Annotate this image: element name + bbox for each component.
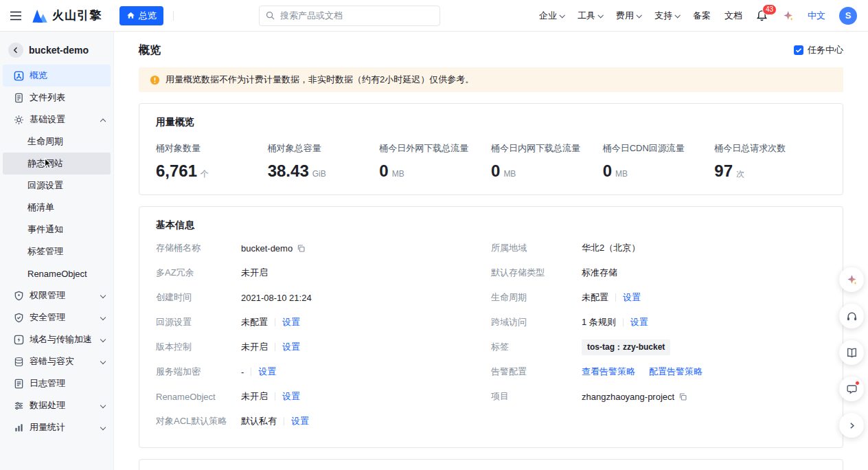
info-label: 多AZ冗余	[156, 267, 241, 279]
ai-assistant-button[interactable]	[839, 267, 864, 292]
sidebar-item-data-processing[interactable]: 数据处理	[3, 394, 111, 416]
info-label: 版本控制	[156, 341, 241, 353]
headset-icon	[846, 311, 858, 322]
nav-tools[interactable]: 工具	[578, 10, 602, 22]
chevron-down-icon	[100, 425, 106, 430]
nav-docs[interactable]: 文档	[724, 10, 742, 22]
promo-icon[interactable]	[781, 10, 794, 22]
info-label: 对象ACL默认策略	[156, 415, 241, 427]
documentation-button[interactable]	[839, 340, 864, 365]
sidebar-item-security[interactable]: 安全管理	[3, 306, 111, 328]
metric-label: 桶今日外网下载总流量	[379, 142, 491, 155]
search-input[interactable]	[259, 5, 440, 26]
info-value: 1 条规则	[582, 316, 616, 328]
settings-link[interactable]: 设置	[623, 291, 641, 304]
ai-sparkle-icon	[845, 273, 858, 286]
topbar: 火山引擎 总览 企业 工具 费用 支持 备案 文档	[0, 0, 868, 32]
info-row-create-time: 创建时间 2021-08-10 21:24	[156, 285, 491, 310]
info-value: 标准存储	[582, 267, 617, 279]
sidebar-item-overview[interactable]: 概览	[3, 65, 111, 87]
access-domain-card: 访问域名	[139, 459, 843, 470]
metric-value: 0	[603, 161, 612, 181]
info-value: 未配置	[582, 291, 608, 304]
task-center-button[interactable]: 任务中心	[794, 44, 843, 56]
nav-label: 备案	[693, 10, 711, 22]
info-row-rename-object: RenameObject 未开启 设置	[156, 384, 491, 409]
book-icon	[846, 347, 858, 359]
sidebar-subitem-label: 生命周期	[27, 135, 63, 148]
sidebar-item-file-list[interactable]: 文件列表	[3, 87, 111, 109]
info-row-lifecycle: 生命周期 未配置 设置	[491, 285, 826, 310]
info-label: 跨域访问	[491, 316, 582, 328]
sidebar-subitem-lifecycle[interactable]: 生命周期	[3, 131, 111, 153]
metric-unit: GiB	[312, 169, 326, 179]
info-row-server-encryption: 服务端加密 - 设置	[156, 359, 491, 384]
metric-unit: MB	[503, 169, 516, 179]
sidebar-subitem-event-notification[interactable]: 事件通知	[3, 219, 111, 240]
basic-info-title: 基本信息	[156, 219, 826, 232]
settings-link[interactable]: 设置	[291, 415, 309, 427]
metric-label: 桶今日CDN回源流量	[603, 142, 715, 155]
nav-label: 工具	[578, 10, 595, 22]
customer-service-button[interactable]	[839, 304, 864, 328]
topbar-right: 企业 工具 费用 支持 备案 文档 43	[539, 7, 857, 25]
avatar[interactable]: S	[839, 7, 857, 25]
copy-icon[interactable]	[678, 392, 687, 401]
page-header: 概览 任务中心	[139, 43, 843, 58]
chevron-down-icon	[636, 12, 641, 18]
sidebar-subitem-label: RenameObject	[27, 269, 87, 279]
settings-link[interactable]: 设置	[258, 366, 276, 378]
nav-support[interactable]: 支持	[654, 10, 679, 22]
gear-icon	[14, 115, 24, 125]
info-row-acl-policy: 对象ACL默认策略 默认私有 设置	[156, 409, 491, 434]
nav-enterprise[interactable]: 企业	[539, 10, 564, 22]
sidebar-item-disaster-recovery[interactable]: 容错与容灾	[3, 350, 111, 372]
settings-link[interactable]: 设置	[630, 316, 648, 328]
sidebar-item-usage-stats[interactable]: 用量统计	[3, 416, 111, 438]
info-value: 华北2（北京）	[582, 242, 640, 254]
chevron-down-icon	[100, 293, 106, 298]
nav-label: 费用	[616, 10, 634, 22]
volcengine-logo[interactable]: 火山引擎	[32, 8, 102, 23]
info-row-origin-settings: 回源设置 未配置 设置	[156, 310, 491, 335]
hamburger-menu-icon[interactable]	[8, 8, 23, 23]
chevron-down-icon	[100, 337, 106, 342]
sidebar-subitem-static-site[interactable]: 静态网站	[3, 153, 111, 175]
metric-label: 桶今日内网下载总流量	[491, 142, 603, 155]
feedback-button[interactable]	[839, 377, 864, 401]
metric-value: 38.43	[268, 161, 309, 181]
usage-card-title: 用量概览	[156, 116, 826, 128]
notifications-button[interactable]: 43	[756, 10, 768, 21]
sidebar-item-domain-accel[interactable]: 域名与传输加速	[3, 328, 111, 350]
sidebar-item-permission[interactable]: 权限管理	[3, 284, 111, 306]
sidebar-subitem-label: 回源设置	[27, 179, 63, 192]
sidebar-subitem-origin-settings[interactable]: 回源设置	[3, 175, 111, 197]
info-label: 服务端加密	[156, 366, 241, 378]
volcano-logo-icon	[32, 8, 48, 23]
task-center-label: 任务中心	[808, 44, 843, 56]
view-alarm-policy-link[interactable]: 查看告警策略	[582, 366, 635, 378]
collapse-toolbar-button[interactable]	[839, 413, 864, 438]
copy-icon[interactable]	[297, 244, 306, 253]
language-switch[interactable]: 中文	[808, 10, 825, 22]
divider	[284, 417, 284, 425]
settings-link[interactable]: 设置	[282, 316, 300, 328]
settings-link[interactable]: 设置	[282, 390, 300, 403]
sidebar: bucket-demo 概览 文件列表 基础设置	[0, 32, 114, 470]
settings-link[interactable]: 设置	[282, 341, 300, 353]
console-overview-button[interactable]: 总览	[119, 6, 163, 25]
sidebar-item-log-management[interactable]: 日志管理	[3, 372, 111, 394]
nav-beian[interactable]: 备案	[693, 10, 711, 22]
configure-alarm-policy-link[interactable]: 配置告警策略	[649, 366, 703, 378]
back-button[interactable]	[8, 43, 23, 58]
metric-object-count: 桶对象数量 6,761个	[156, 142, 268, 181]
sidebar-item-basic-settings[interactable]: 基础设置	[3, 109, 111, 131]
sidebar-item-label: 日志管理	[30, 377, 65, 390]
basic-info-right-column: 所属地域 华北2（北京） 默认存储类型 标准存储 生命周期 未配置 设置	[491, 236, 826, 434]
sidebar-subitem-tag-management[interactable]: 标签管理	[3, 240, 111, 262]
sidebar-subitem-bucket-inventory[interactable]: 桶清单	[3, 197, 111, 219]
metric-unit: MB	[615, 169, 628, 179]
nav-billing[interactable]: 费用	[616, 10, 641, 22]
sidebar-subitem-rename-object[interactable]: RenameObject	[3, 262, 111, 284]
notification-dot	[855, 381, 860, 385]
